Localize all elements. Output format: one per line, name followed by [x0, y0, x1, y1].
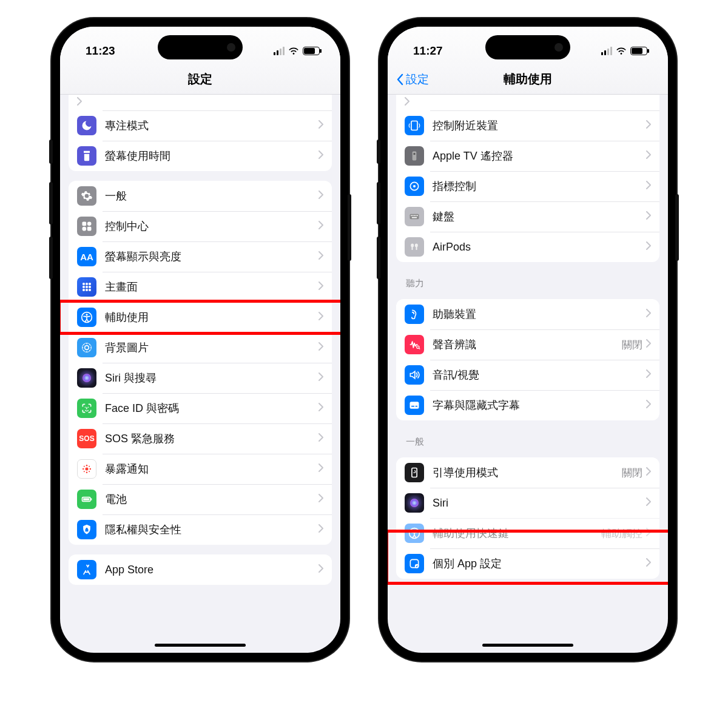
- svg-point-8: [83, 286, 85, 288]
- settings-row[interactable]: AA螢幕顯示與亮度: [69, 241, 332, 272]
- shortcut-icon: [405, 524, 424, 543]
- settings-group: 專注模式螢幕使用時間: [69, 95, 332, 171]
- chevron-right-icon: [646, 309, 651, 320]
- settings-row[interactable]: 背景圖片: [69, 332, 332, 363]
- chevron-right-icon: [318, 564, 323, 575]
- row-label: 助聽裝置: [433, 307, 646, 322]
- settings-row[interactable]: 輔助使用快速鍵輔助觸控: [396, 518, 659, 548]
- settings-row[interactable]: 聲音辨識關閉: [396, 329, 659, 360]
- settings-row[interactable]: 輔助使用: [69, 302, 332, 332]
- row-label: 暴露通知: [105, 462, 318, 476]
- row-label: 螢幕使用時間: [105, 149, 318, 163]
- siri-icon: [405, 493, 424, 513]
- chevron-right-icon: [646, 528, 651, 539]
- row-label: 字幕與隱藏式字幕: [433, 398, 646, 413]
- row-label: 指標控制: [433, 179, 646, 194]
- settings-row[interactable]: 一般: [69, 181, 332, 211]
- chevron-right-icon: [318, 221, 323, 232]
- settings-row[interactable]: 音訊/視覺: [396, 360, 659, 390]
- settings-row[interactable]: 個別 App 設定: [396, 548, 659, 579]
- row-label: 輔助使用快速鍵: [433, 526, 601, 541]
- svg-rect-38: [410, 214, 419, 219]
- settings-row[interactable]: 螢幕使用時間: [69, 141, 332, 171]
- row-label: 控制附近裝置: [433, 118, 646, 133]
- settings-row[interactable]: SOSSOS 緊急服務: [69, 423, 332, 454]
- home-indicator: [155, 644, 246, 647]
- wallpaper-icon: [77, 338, 96, 357]
- settings-row[interactable]: 引導使用模式關閉: [396, 457, 659, 488]
- svg-point-24: [90, 468, 92, 470]
- row-label: 鍵盤: [433, 209, 646, 224]
- chevron-right-icon: [318, 463, 323, 474]
- chevron-right-icon: [646, 558, 651, 569]
- chevron-right-icon: [646, 369, 651, 380]
- settings-row[interactable]: 鍵盤: [396, 201, 659, 232]
- settings-row[interactable]: Apple TV 遙控器: [396, 141, 659, 171]
- svg-point-27: [84, 471, 85, 472]
- volume-down: [377, 237, 380, 279]
- privacy-icon: [77, 520, 96, 539]
- partial-row[interactable]: [69, 95, 332, 110]
- settings-row[interactable]: Siri: [396, 488, 659, 518]
- chevron-right-icon: [646, 181, 651, 192]
- settings-row[interactable]: AirPods: [396, 232, 659, 262]
- settings-row[interactable]: Face ID 與密碼: [69, 393, 332, 423]
- mute-switch: [49, 140, 53, 164]
- settings-row[interactable]: 字幕與隱藏式字幕: [396, 390, 659, 420]
- settings-row[interactable]: 電池: [69, 484, 332, 514]
- settings-row[interactable]: 隱私權與安全性: [69, 514, 332, 545]
- section-header: 一般: [406, 436, 650, 448]
- settings-row[interactable]: 控制中心: [69, 211, 332, 241]
- svg-point-7: [89, 283, 91, 285]
- row-label: 音訊/視覺: [433, 368, 646, 382]
- svg-point-10: [89, 286, 91, 288]
- settings-row[interactable]: 指標控制: [396, 171, 659, 201]
- mute-switch: [377, 140, 380, 164]
- svg-rect-43: [417, 215, 418, 217]
- wifi-icon: [616, 47, 627, 55]
- chevron-right-icon: [646, 497, 651, 508]
- control-center-icon: [77, 217, 96, 236]
- svg-rect-34: [413, 152, 417, 161]
- chevron-right-icon: [646, 120, 651, 131]
- volume-down: [49, 237, 53, 279]
- chevron-right-icon: [646, 339, 651, 350]
- display-icon: AA: [77, 247, 96, 266]
- chevron-right-icon: [646, 467, 651, 478]
- dynamic-island: [158, 35, 243, 59]
- chevron-right-icon: [318, 190, 323, 201]
- chevron-right-icon: [646, 211, 651, 222]
- settings-row[interactable]: Siri 與搜尋: [69, 363, 332, 393]
- settings-row[interactable]: 暴露通知: [69, 454, 332, 484]
- svg-point-26: [89, 466, 90, 467]
- partial-row[interactable]: [396, 95, 659, 110]
- svg-rect-41: [414, 215, 415, 217]
- battery-icon: [77, 490, 96, 509]
- row-label: 引導使用模式: [433, 465, 622, 480]
- settings-row[interactable]: 專注模式: [69, 110, 332, 141]
- cellular-icon: [601, 47, 612, 55]
- svg-point-35: [413, 153, 415, 155]
- row-label: 專注模式: [105, 118, 318, 133]
- settings-row[interactable]: 控制附近裝置: [396, 110, 659, 141]
- settings-row[interactable]: App Store: [69, 554, 332, 585]
- svg-point-22: [86, 472, 88, 474]
- general-icon: [77, 186, 96, 206]
- row-value: 輔助觸控: [601, 527, 642, 541]
- phone-left: 11:23 設定 專注模式螢幕使用時間一般控制中心AA螢幕顯示與亮度主畫面輔助使…: [52, 18, 349, 661]
- back-button[interactable]: 設定: [396, 72, 429, 87]
- sos-icon: SOS: [77, 429, 96, 448]
- settings-row[interactable]: 助聽裝置: [396, 299, 659, 329]
- power-button: [348, 194, 351, 261]
- row-label: 聲音辨識: [433, 337, 622, 352]
- settings-row[interactable]: 主畫面: [69, 272, 332, 302]
- back-label: 設定: [406, 72, 429, 87]
- chevron-right-icon: [318, 403, 323, 414]
- volume-up: [377, 182, 380, 224]
- svg-point-49: [417, 346, 419, 348]
- cellular-icon: [274, 47, 285, 55]
- row-label: AirPods: [433, 241, 646, 254]
- svg-point-28: [89, 471, 90, 472]
- battery-icon: [303, 47, 320, 55]
- exposure-icon: [77, 459, 96, 479]
